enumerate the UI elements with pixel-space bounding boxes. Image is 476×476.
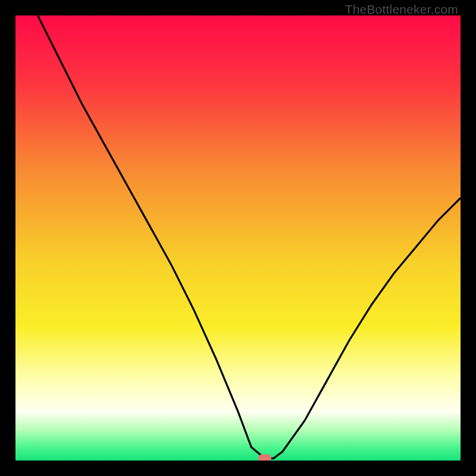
bottleneck-curve [15,15,461,461]
plot-area [15,15,461,461]
watermark-text: TheBottleneker.com [345,2,458,17]
optimum-marker [258,455,271,461]
chart-frame: TheBottleneker.com [0,0,476,476]
